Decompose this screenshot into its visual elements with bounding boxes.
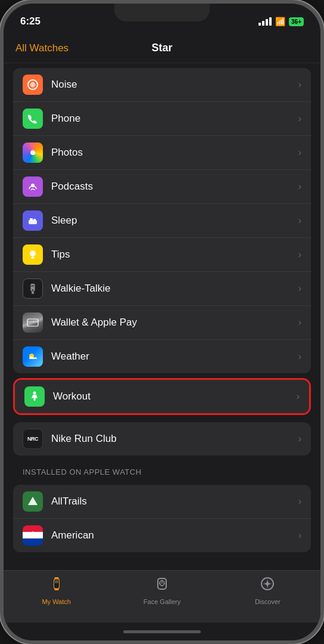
alltrails-chevron: › bbox=[298, 496, 301, 507]
sleep-icon bbox=[23, 210, 43, 231]
podcasts-icon bbox=[23, 177, 43, 197]
signal-bar-2 bbox=[262, 21, 264, 26]
weather-chevron: › bbox=[298, 351, 301, 362]
phone-label: Phone bbox=[51, 113, 298, 125]
list-item-podcasts[interactable]: Podcasts › bbox=[13, 170, 311, 204]
american-label: American bbox=[51, 530, 298, 541]
phone-chevron: › bbox=[298, 113, 301, 124]
tab-face-gallery[interactable]: Face Gallery bbox=[109, 575, 214, 605]
list-item-walkie[interactable]: Walkie-Talkie › bbox=[13, 272, 311, 306]
my-watch-icon bbox=[48, 575, 65, 596]
sleep-chevron: › bbox=[298, 215, 301, 226]
face-gallery-icon bbox=[154, 575, 170, 596]
list-item-noise[interactable]: Noise › bbox=[13, 68, 311, 102]
my-watch-label: My Watch bbox=[42, 598, 71, 605]
signal-bar-1 bbox=[258, 23, 261, 26]
noise-icon bbox=[23, 75, 43, 95]
phone-inner: 6:25 📶 36+ All Watches Star bbox=[4, 4, 320, 640]
svg-rect-5 bbox=[33, 219, 36, 221]
tips-label: Tips bbox=[51, 249, 298, 261]
discover-icon bbox=[259, 575, 276, 596]
list-item-alltrails[interactable]: AllTrails › bbox=[13, 485, 311, 519]
discover-label: Discover bbox=[255, 598, 281, 605]
american-icon bbox=[23, 525, 43, 546]
installed-section-header: INSTALLED ON APPLE WATCH bbox=[4, 460, 320, 480]
home-bar bbox=[123, 630, 201, 633]
face-gallery-label: Face Gallery bbox=[144, 598, 180, 605]
battery-badge: 36+ bbox=[289, 17, 304, 26]
wifi-icon: 📶 bbox=[275, 17, 285, 26]
list-item-photos[interactable]: Photos › bbox=[13, 136, 311, 170]
status-icons: 📶 36+ bbox=[258, 17, 304, 26]
signal-bar-3 bbox=[266, 19, 268, 26]
photos-icon bbox=[23, 143, 43, 163]
svg-point-1 bbox=[30, 150, 35, 155]
notch bbox=[114, 4, 210, 21]
podcasts-chevron: › bbox=[298, 181, 301, 192]
weather-icon bbox=[23, 346, 43, 367]
svg-rect-3 bbox=[29, 220, 37, 224]
signal-bar-4 bbox=[269, 17, 272, 26]
tips-chevron: › bbox=[298, 249, 301, 260]
svg-marker-16 bbox=[28, 497, 38, 505]
list-item-american[interactable]: American › bbox=[13, 519, 311, 552]
list-item-weather[interactable]: Weather › bbox=[13, 340, 311, 373]
list-item-tips[interactable]: Tips › bbox=[13, 238, 311, 272]
tab-my-watch[interactable]: My Watch bbox=[4, 575, 109, 605]
alltrails-label: AllTrails bbox=[51, 496, 298, 507]
nav-title: Star bbox=[151, 42, 172, 54]
svg-point-15 bbox=[33, 392, 36, 395]
nrc-icon: NRC bbox=[23, 429, 43, 449]
photos-label: Photos bbox=[51, 147, 298, 159]
wallet-chevron: › bbox=[298, 317, 301, 328]
svg-rect-21 bbox=[54, 589, 58, 590]
photos-chevron: › bbox=[298, 147, 301, 158]
svg-rect-20 bbox=[54, 577, 58, 579]
sleep-label: Sleep bbox=[51, 215, 298, 227]
installed-list: AllTrails › American › bbox=[13, 485, 311, 552]
workout-label: Workout bbox=[53, 391, 297, 402]
list-item-wallet[interactable]: Wallet & Apple Pay › bbox=[13, 306, 311, 340]
svg-rect-11 bbox=[32, 292, 34, 295]
noise-label: Noise bbox=[51, 79, 298, 91]
list-item-nrc[interactable]: NRC Nike Run Club › bbox=[13, 422, 311, 456]
svg-rect-7 bbox=[31, 258, 35, 259]
tab-bar: My Watch Face Gallery bbox=[4, 570, 320, 623]
status-time: 6:25 bbox=[20, 16, 40, 27]
tips-icon bbox=[23, 244, 43, 265]
walkie-chevron: › bbox=[298, 283, 301, 294]
svg-rect-13 bbox=[27, 321, 38, 323]
weather-label: Weather bbox=[51, 351, 298, 363]
noise-chevron: › bbox=[298, 79, 301, 90]
alltrails-icon bbox=[23, 491, 43, 512]
walkie-icon bbox=[23, 278, 43, 299]
workout-chevron: › bbox=[297, 391, 300, 402]
list-item-phone[interactable]: Phone › bbox=[13, 102, 311, 136]
nrc-label: Nike Run Club bbox=[51, 433, 298, 445]
wallet-label: Wallet & Apple Pay bbox=[51, 317, 298, 329]
list-item-sleep[interactable]: Sleep › bbox=[13, 204, 311, 238]
nrc-chevron: › bbox=[298, 434, 301, 444]
phone-frame: 6:25 📶 36+ All Watches Star bbox=[0, 0, 324, 644]
svg-rect-4 bbox=[30, 218, 33, 221]
workout-highlighted-wrapper: Workout › bbox=[13, 378, 311, 415]
wallet-icon bbox=[23, 312, 43, 333]
svg-point-6 bbox=[30, 250, 36, 256]
phone-icon bbox=[23, 109, 43, 129]
home-indicator bbox=[4, 623, 320, 640]
svg-marker-31 bbox=[264, 581, 270, 587]
tab-discover[interactable]: Discover bbox=[215, 575, 320, 605]
scroll-content[interactable]: Noise › Phone › Photos › bbox=[4, 63, 320, 570]
american-chevron: › bbox=[298, 530, 301, 541]
back-button[interactable]: All Watches bbox=[15, 42, 68, 54]
svg-rect-19 bbox=[55, 580, 58, 583]
list-item-workout[interactable]: Workout › bbox=[15, 380, 309, 413]
svg-point-10 bbox=[32, 289, 34, 291]
workout-icon bbox=[24, 386, 45, 407]
podcasts-label: Podcasts bbox=[51, 181, 298, 193]
nrc-section: NRC Nike Run Club › bbox=[13, 422, 311, 456]
signal-bars bbox=[258, 17, 272, 26]
nav-bar: All Watches Star bbox=[4, 33, 320, 63]
main-app-list: Noise › Phone › Photos › bbox=[13, 68, 311, 373]
svg-rect-9 bbox=[31, 286, 34, 287]
